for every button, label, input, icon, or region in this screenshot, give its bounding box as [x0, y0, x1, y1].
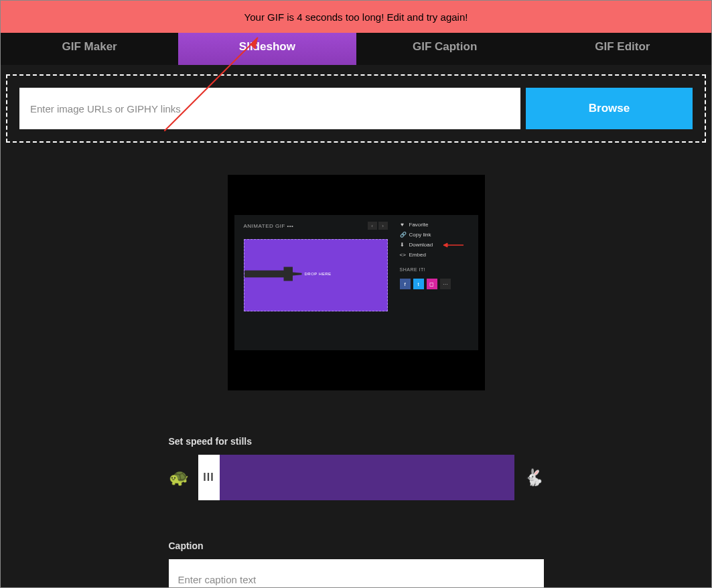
- tab-gif-caption[interactable]: GIF Caption: [356, 29, 534, 65]
- action-download[interactable]: ⬇Download: [400, 242, 469, 248]
- action-label: Embed: [409, 252, 426, 258]
- link-icon: 🔗: [400, 232, 405, 238]
- share-more-icon[interactable]: ⋯: [440, 279, 451, 289]
- action-label: Copy link: [409, 232, 431, 238]
- speed-row: 🐢 III 🐇: [169, 455, 544, 500]
- speed-slider[interactable]: III: [198, 455, 514, 500]
- url-input[interactable]: [19, 88, 520, 129]
- preview-actions: ♥Favorite 🔗Copy link ⬇Download <>Embed S…: [400, 222, 469, 341]
- share-title: SHARE IT!: [400, 267, 469, 272]
- download-icon: ⬇: [400, 242, 405, 248]
- share-twitter-icon[interactable]: t: [413, 279, 424, 289]
- svg-marker-3: [443, 243, 447, 247]
- speed-label: Set speed for stills: [169, 436, 544, 447]
- share-instagram-icon[interactable]: ◻: [427, 279, 437, 289]
- error-banner: Your GIF is 4 seconds too long! Edit and…: [1, 1, 711, 33]
- heart-icon: ♥: [400, 222, 405, 228]
- nav-prev-icon[interactable]: ‹: [368, 222, 377, 230]
- preview-card: ANIMATED GIF ••• ‹ › DROP HERE ♥Favorite…: [234, 215, 478, 350]
- share-facebook-icon[interactable]: f: [400, 279, 411, 289]
- share-row: f t ◻ ⋯: [400, 279, 469, 289]
- controls: Set speed for stills 🐢 III 🐇 Caption: [169, 436, 544, 588]
- action-label: Download: [409, 242, 433, 248]
- annotation-arrow-download: [441, 242, 464, 248]
- hand-graphic: [244, 265, 302, 283]
- turtle-icon: 🐢: [169, 468, 189, 487]
- tabs: GIF Maker Slideshow GIF Caption GIF Edit…: [1, 29, 711, 65]
- preview-nav: ‹ ›: [368, 222, 388, 230]
- tab-gif-maker[interactable]: GIF Maker: [1, 29, 178, 65]
- nav-next-icon[interactable]: ›: [378, 222, 388, 230]
- tab-gif-editor[interactable]: GIF Editor: [534, 29, 711, 65]
- caption-section: Caption: [169, 540, 544, 588]
- preview-area: ANIMATED GIF ••• ‹ › DROP HERE ♥Favorite…: [228, 175, 485, 390]
- speed-slider-handle[interactable]: III: [198, 455, 220, 500]
- drop-here-label: DROP HERE: [305, 272, 332, 276]
- caption-label: Caption: [169, 540, 544, 551]
- upload-dropzone[interactable]: Browse: [6, 74, 706, 143]
- action-copy-link[interactable]: 🔗Copy link: [400, 232, 469, 238]
- action-label: Favorite: [409, 222, 429, 228]
- rabbit-icon: 🐇: [524, 468, 544, 487]
- preview-type-label: ANIMATED GIF •••: [244, 223, 294, 229]
- browse-button[interactable]: Browse: [526, 88, 693, 129]
- preview-gif: DROP HERE: [244, 239, 388, 311]
- action-embed[interactable]: <>Embed: [400, 252, 469, 258]
- caption-input[interactable]: [169, 559, 544, 588]
- action-favorite[interactable]: ♥Favorite: [400, 222, 469, 228]
- tab-slideshow[interactable]: Slideshow: [178, 29, 356, 65]
- embed-icon: <>: [400, 252, 405, 258]
